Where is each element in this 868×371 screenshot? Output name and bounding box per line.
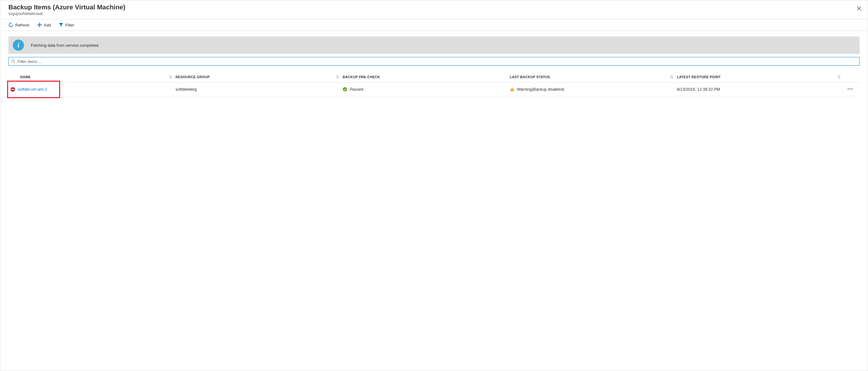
precheck-value: Passed: [350, 87, 363, 92]
column-label: LAST BACKUP STATUS: [510, 75, 550, 79]
table-header-row: NAME RESOURCE GROUP BACKUP PRE-CHECK LAS…: [8, 71, 860, 83]
page-subtitle: sogupsoftdeletevault: [8, 11, 860, 16]
column-label: LATEST RESTORE POINT: [677, 75, 721, 79]
close-button[interactable]: [855, 5, 863, 12]
info-banner-text: Fetching data from service completed.: [31, 43, 99, 48]
filter-icon: [59, 23, 64, 27]
sort-icon: [670, 75, 674, 79]
svg-rect-5: [512, 89, 513, 90]
column-header-last-status[interactable]: LAST BACKUP STATUS: [510, 75, 677, 79]
column-header-name[interactable]: NAME: [8, 75, 176, 79]
warning-triangle-icon: [510, 87, 515, 92]
sort-icon: [336, 75, 339, 79]
ellipsis-icon: ···: [847, 86, 853, 93]
item-name-link[interactable]: softdel-vm-am-2: [18, 87, 47, 92]
backup-items-table: NAME RESOURCE GROUP BACKUP PRE-CHECK LAS…: [8, 71, 860, 96]
toolbar: Refresh Add Filter: [0, 19, 868, 31]
check-circle-icon: [343, 87, 347, 92]
add-button[interactable]: Add: [37, 23, 51, 27]
plus-icon: [37, 23, 42, 27]
no-entry-icon: [10, 87, 15, 92]
filter-label: Filter: [65, 23, 74, 27]
refresh-label: Refresh: [15, 23, 30, 27]
svg-point-0: [12, 60, 14, 62]
search-input[interactable]: [18, 59, 857, 64]
refresh-button[interactable]: Refresh: [8, 23, 30, 27]
column-header-precheck[interactable]: BACKUP PRE-CHECK: [343, 75, 510, 79]
svg-rect-3: [11, 89, 14, 90]
filter-button[interactable]: Filter: [59, 23, 74, 27]
resource-group-value: softdeleterg: [176, 87, 197, 92]
page-title: Backup Items (Azure Virtual Machine): [8, 3, 860, 11]
column-label: NAME: [20, 75, 31, 79]
search-container[interactable]: [8, 57, 860, 66]
search-icon: [11, 59, 16, 64]
svg-point-4: [343, 87, 347, 91]
svg-rect-6: [512, 90, 513, 91]
column-header-restore-point[interactable]: LATEST RESTORE POINT: [677, 75, 844, 79]
info-banner: i Fetching data from service completed.: [8, 36, 860, 54]
add-label: Add: [44, 23, 51, 27]
refresh-icon: [8, 23, 13, 27]
last-status-value: Warning(Backup disabled): [517, 87, 564, 92]
restore-point-value: 8/13/2019, 12:39:32 PM: [677, 87, 720, 92]
column-label: BACKUP PRE-CHECK: [343, 75, 380, 79]
row-actions-button[interactable]: ···: [844, 86, 860, 93]
column-header-resource-group[interactable]: RESOURCE GROUP: [176, 75, 343, 79]
info-icon: i: [13, 39, 24, 51]
sort-icon: [169, 75, 173, 79]
sort-icon: [837, 75, 841, 79]
table-row[interactable]: softdel-vm-am-2 softdeleterg Passed Warn…: [8, 83, 860, 96]
close-icon: [857, 6, 862, 11]
svg-line-1: [14, 62, 15, 63]
column-label: RESOURCE GROUP: [176, 75, 210, 79]
